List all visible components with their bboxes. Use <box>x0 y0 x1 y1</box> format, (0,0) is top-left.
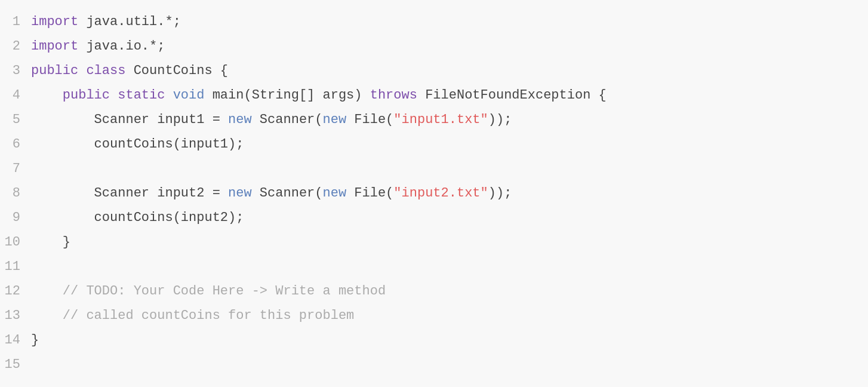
token-kw-blue: new <box>323 186 347 201</box>
token-comment: // called countCoins for this problem <box>31 308 354 323</box>
code-line: 3public class CountCoins { <box>0 59 868 83</box>
line-number: 11 <box>0 254 31 279</box>
code-line: 13 // called countCoins for this problem <box>0 303 868 328</box>
token-plain: File( <box>346 186 393 201</box>
token-plain: java.io.*; <box>78 39 165 54</box>
code-line: 10 } <box>0 230 868 254</box>
line-number: 10 <box>0 230 31 254</box>
code-line: 15 <box>0 352 868 377</box>
line-content: public static void main(String[] args) t… <box>31 83 868 108</box>
code-line: 12 // TODO: Your Code Here -> Write a me… <box>0 279 868 303</box>
line-number: 8 <box>0 181 31 205</box>
code-line: 11 <box>0 254 868 279</box>
token-plain <box>31 88 63 103</box>
line-content: countCoins(input2); <box>31 205 868 230</box>
token-plain <box>110 88 118 103</box>
line-number: 13 <box>0 303 31 328</box>
line-content: // TODO: Your Code Here -> Write a metho… <box>31 279 868 303</box>
line-content: public class CountCoins { <box>31 59 868 83</box>
token-kw-purple: import <box>31 14 78 29</box>
token-plain: CountCoins { <box>125 63 228 78</box>
code-line: 5 Scanner input1 = new Scanner(new File(… <box>0 108 868 132</box>
code-line: 1import java.util.*; <box>0 10 868 34</box>
line-number: 12 <box>0 279 31 303</box>
token-plain <box>165 88 173 103</box>
line-content: } <box>31 230 868 254</box>
code-line: 14} <box>0 328 868 352</box>
code-line: 8 Scanner input2 = new Scanner(new File(… <box>0 181 868 205</box>
token-kw-blue: new <box>228 112 252 127</box>
line-number: 1 <box>0 10 31 34</box>
code-editor: 1import java.util.*;2import java.io.*;3p… <box>0 0 868 387</box>
token-plain: )); <box>488 112 512 127</box>
token-kw-blue: void <box>173 88 205 103</box>
token-plain: countCoins(input1); <box>31 137 244 152</box>
line-content: import java.util.*; <box>31 10 868 34</box>
token-plain: FileNotFoundException { <box>417 88 607 103</box>
token-plain: Scanner( <box>252 112 323 127</box>
token-plain: )); <box>488 186 512 201</box>
token-plain: countCoins(input2); <box>31 210 244 225</box>
token-plain: Scanner input1 = <box>31 112 228 127</box>
code-line: 9 countCoins(input2); <box>0 205 868 230</box>
line-number: 6 <box>0 132 31 156</box>
token-plain: } <box>31 333 39 348</box>
token-kw-purple: throws <box>370 88 417 103</box>
token-kw-purple: public <box>63 88 110 103</box>
token-kw-blue: new <box>228 186 252 201</box>
line-number: 2 <box>0 34 31 59</box>
line-number: 9 <box>0 205 31 230</box>
line-content: Scanner input2 = new Scanner(new File("i… <box>31 181 868 205</box>
line-content: countCoins(input1); <box>31 132 868 156</box>
code-line: 4 public static void main(String[] args)… <box>0 83 868 108</box>
line-number: 7 <box>0 156 31 181</box>
line-number: 3 <box>0 59 31 83</box>
token-plain: File( <box>346 112 393 127</box>
token-plain: } <box>31 235 70 250</box>
line-number: 15 <box>0 352 31 377</box>
line-content: } <box>31 328 868 352</box>
token-kw-purple: import <box>31 39 78 54</box>
line-content: Scanner input1 = new Scanner(new File("i… <box>31 108 868 132</box>
line-number: 4 <box>0 83 31 108</box>
line-number: 14 <box>0 328 31 352</box>
token-plain: main(String[] args) <box>204 88 370 103</box>
line-content: // called countCoins for this problem <box>31 303 868 328</box>
code-line: 7 <box>0 156 868 181</box>
line-number: 5 <box>0 108 31 132</box>
code-line: 2import java.io.*; <box>0 34 868 59</box>
token-comment: // TODO: Your Code Here -> Write a metho… <box>31 284 386 299</box>
token-kw-blue: new <box>323 112 347 127</box>
token-plain: Scanner input2 = <box>31 186 228 201</box>
token-str-red: "input2.txt" <box>393 186 488 201</box>
token-plain: Scanner( <box>252 186 323 201</box>
token-str-red: "input1.txt" <box>393 112 488 127</box>
token-kw-purple: public class <box>31 63 125 78</box>
code-line: 6 countCoins(input1); <box>0 132 868 156</box>
token-kw-purple: static <box>118 88 165 103</box>
token-plain: java.util.*; <box>78 14 181 29</box>
line-content: import java.io.*; <box>31 34 868 59</box>
